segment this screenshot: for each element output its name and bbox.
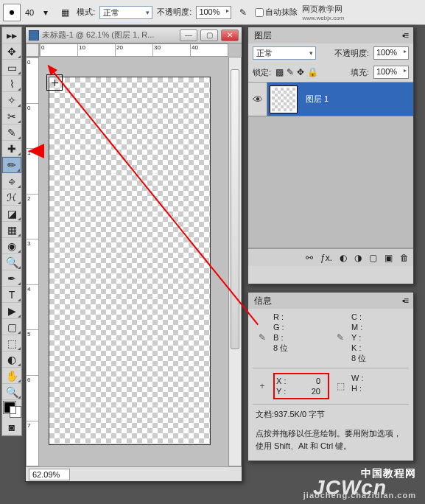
type-tool[interactable]: T [2,287,21,303]
toolbox: ▸▸ ✥ ▭ ⌇ ✧ ✂ ✎ ✚ ✏ ⎆ ℋ ◪ ▦ ◉ 🔍 ✒ T ▶ ▢ ⬚… [1,27,22,436]
brush-preset-picker-icon[interactable]: ▾ [38,5,53,20]
xy-highlight: X :0 Y :20 [273,373,329,399]
layer-group-icon[interactable]: ▢ [369,253,377,263]
mode-label: 模式: [77,7,95,18]
watermark-cn: 中国教程网 [361,467,416,480]
watermark-logo: JCWcn [313,476,387,500]
eyedropper-cmyk-icon: ✎ [332,332,348,343]
options-bar: 40 ▾ ▦ 模式: 正常 不透明度: 100% ✎ 自动抹除 网页教学网 ww… [0,0,425,25]
eyedropper-tool[interactable]: ✎ [2,125,21,141]
document-window: 未标题-1 @ 62.1% (图层 1, R... — ▢ ✕ 0 10 20 … [25,27,242,482]
crop-tool[interactable]: ✂ [2,108,21,125]
pencil-tool[interactable]: ✏ [2,157,21,173]
background-color[interactable] [10,406,21,418]
minimize-button[interactable]: — [180,29,197,41]
hand-tool[interactable]: ✋ [2,368,21,384]
tool-hint: 点按并拖移以任意绘制。要用附加选项，使用 Shift、Alt 和 Ctrl 键。 [248,423,413,456]
tablet-opacity-icon[interactable]: ✎ [236,5,250,20]
healing-brush-tool[interactable]: ✚ [2,141,21,157]
scroll-thumb[interactable] [231,69,239,349]
color-swatches[interactable] [2,400,21,419]
layers-panel: 图层 ▪≡ 正常 不透明度: 100% 锁定: ▩ ✎ ✥ 🔒 填充: 100%… [247,27,414,284]
ps-icon [29,30,39,41]
canvas[interactable] [49,77,210,444]
new-layer-icon[interactable]: ▣ [384,253,393,263]
opacity-label: 不透明度: [157,7,192,18]
path-selection-tool[interactable]: ▶ [2,303,21,319]
close-button[interactable]: ✕ [221,29,239,41]
link-layers-icon[interactable]: ⚯ [306,253,313,263]
file-info: 文档:937.5K/0 字节 [248,406,413,423]
status-bar: 62.09% [26,466,242,481]
blend-mode-dropdown[interactable]: 正常 [253,46,316,60]
marquee-tool[interactable]: ▭ [2,60,21,76]
layer-fx-icon[interactable]: ƒx. [320,253,332,263]
collapse-icon[interactable]: ▸▸ [2,27,21,43]
move-tool[interactable]: ✥ [2,43,21,60]
dodge-tool[interactable]: 🔍 [2,254,21,270]
eyedropper-rgb-icon: ✎ [254,332,270,343]
fill-label: 填充: [351,67,369,78]
coords-icon: + [254,381,270,391]
layers-tab[interactable]: 图层 ▪≡ [248,27,413,43]
canvas-area[interactable] [39,57,228,466]
zoom-tool[interactable]: 🔍 [2,384,21,400]
layers-panel-footer: ⚯ ƒx. ◐ ◑ ▢ ▣ 🗑 [248,248,413,266]
gradient-tool[interactable]: ▦ [2,222,21,238]
scrollbar-vertical[interactable] [228,57,242,466]
delete-layer-icon[interactable]: 🗑 [400,253,409,263]
visibility-icon[interactable]: 👁 [248,83,267,116]
clone-stamp-tool[interactable]: ⎆ [2,173,21,189]
info-panel: 信息 ▪≡ ✎ R : G : B : 8 位 ✎ C : M : Y : K … [247,292,414,461]
brush-size: 40 [25,8,34,17]
opacity-input[interactable]: 100% [196,6,231,19]
ruler-corner [26,43,39,57]
lock-label: 锁定: [253,67,271,78]
eraser-tool[interactable]: ◪ [2,206,21,222]
brush-cursor [46,74,63,91]
layer-thumbnail[interactable] [270,86,297,113]
lock-move-icon[interactable]: ✥ [297,67,304,77]
auto-erase-checkbox[interactable]: 自动抹除 [255,7,298,18]
camera-tool[interactable]: ◐ [2,351,21,368]
panel-menu-icon[interactable]: ▪≡ [402,295,407,306]
layer-opacity-label: 不透明度: [334,48,369,59]
lasso-tool[interactable]: ⌇ [2,76,21,92]
lock-all-icon[interactable]: 🔒 [307,67,318,77]
ruler-vertical[interactable]: 0 0 1 2 3 4 5 6 7 [26,57,39,466]
y-value: 20 [312,386,320,396]
brush-panel-icon[interactable]: ▦ [57,5,72,20]
maximize-button[interactable]: ▢ [200,29,218,41]
mode-dropdown[interactable]: 正常 [99,6,152,19]
info-tab[interactable]: 信息 ▪≡ [248,293,413,309]
3d-tool[interactable]: ⬚ [2,335,21,351]
dimensions-icon: ⬚ [332,381,348,391]
layer-row-1[interactable]: 👁 图层 1 [248,83,413,116]
layer-mask-icon[interactable]: ◐ [340,253,347,263]
fill-input[interactable]: 100% [373,66,409,79]
rectangle-tool[interactable]: ▢ [2,319,21,335]
brush-preview[interactable] [3,4,21,21]
layer-name[interactable]: 图层 1 [300,94,329,105]
lock-transparent-icon[interactable]: ▩ [275,67,284,77]
zoom-input[interactable]: 62.09% [29,469,70,480]
history-brush-tool[interactable]: ℋ [2,189,21,206]
document-title: 未标题-1 @ 62.1% (图层 1, R... [42,29,154,41]
adjustment-layer-icon[interactable]: ◑ [354,253,362,263]
panel-menu-icon[interactable]: ▪≡ [402,30,407,41]
document-titlebar[interactable]: 未标题-1 @ 62.1% (图层 1, R... — ▢ ✕ [26,27,242,43]
quickmask-tool[interactable]: ◙ [2,419,21,435]
magic-wand-tool[interactable]: ✧ [2,92,21,108]
pen-tool[interactable]: ✒ [2,270,21,287]
ruler-horizontal[interactable]: 0 10 20 30 40 [39,43,228,57]
x-value: 0 [316,376,320,386]
lock-brush-icon[interactable]: ✎ [287,67,294,77]
layer-list: 👁 图层 1 [248,82,413,248]
site-link[interactable]: 网页教学网 www.webjx.com [302,4,344,21]
layer-opacity-input[interactable]: 100% [373,46,409,60]
blur-tool[interactable]: ◉ [2,238,21,254]
watermark-url: jiaocheng.chazidian.com [303,491,416,500]
